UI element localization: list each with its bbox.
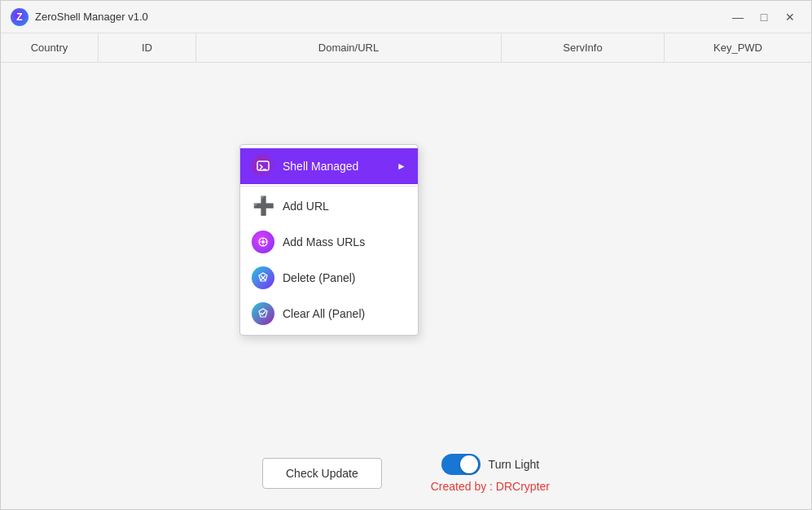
window-controls: — □ ✕ xyxy=(726,7,801,27)
svg-point-7 xyxy=(262,244,264,246)
svg-point-5 xyxy=(266,241,267,243)
add-url-label: Add URL xyxy=(283,200,329,213)
credit-text: Created by : DRCrypter xyxy=(431,480,550,493)
add-mass-icon xyxy=(252,231,274,253)
maximize-button[interactable]: □ xyxy=(753,7,775,27)
app-icon xyxy=(11,8,29,26)
delete-panel-label: Delete (Panel) xyxy=(283,271,356,284)
menu-item-add-url[interactable]: ➕ Add URL xyxy=(240,188,418,224)
main-content: Shell Managed ► ➕ Add URL xyxy=(1,63,811,437)
add-mass-label: Add Mass URLs xyxy=(283,235,365,248)
turn-light-toggle[interactable] xyxy=(441,454,481,475)
clear-icon xyxy=(252,302,274,325)
col-country[interactable]: Country xyxy=(1,33,99,62)
toggle-section: Turn Light Created by : DRCrypter xyxy=(431,454,550,493)
title-bar: ZeroShell Manager v1.0 — □ ✕ xyxy=(1,1,811,33)
menu-item-clear-all[interactable]: Clear All (Panel) xyxy=(240,296,418,332)
shell-managed-arrow: ► xyxy=(397,160,406,172)
col-servinfo[interactable]: ServInfo xyxy=(502,33,665,62)
menu-separator-1 xyxy=(240,186,418,187)
column-headers: Country ID Domain/URL ServInfo Key_PWD xyxy=(1,33,811,63)
bottom-bar: Check Update Turn Light Created by : DRC… xyxy=(1,437,811,509)
col-keypwd[interactable]: Key_PWD xyxy=(665,33,811,62)
minimize-button[interactable]: — xyxy=(726,7,749,27)
check-update-button[interactable]: Check Update xyxy=(262,458,382,489)
close-button[interactable]: ✕ xyxy=(779,7,801,27)
context-menu: Shell Managed ► ➕ Add URL xyxy=(239,144,419,336)
shell-managed-label: Shell Managed xyxy=(283,160,358,173)
menu-item-delete-panel[interactable]: Delete (Panel) xyxy=(240,260,418,296)
svg-point-4 xyxy=(259,241,261,243)
shell-icon xyxy=(252,155,274,178)
main-window: ZeroShell Manager v1.0 — □ ✕ Country ID … xyxy=(0,0,812,510)
delete-icon xyxy=(252,266,274,289)
toggle-knob xyxy=(460,455,478,473)
col-domain[interactable]: Domain/URL xyxy=(196,33,502,62)
menu-item-shell-managed[interactable]: Shell Managed ► xyxy=(240,148,418,184)
menu-item-add-mass-urls[interactable]: Add Mass URLs xyxy=(240,224,418,260)
turn-light-label: Turn Light xyxy=(489,458,540,471)
toggle-row: Turn Light xyxy=(441,454,540,475)
col-id[interactable]: ID xyxy=(99,33,196,62)
svg-point-3 xyxy=(261,240,265,244)
clear-all-label: Clear All (Panel) xyxy=(283,307,365,320)
svg-point-6 xyxy=(262,238,264,240)
add-url-icon: ➕ xyxy=(252,195,274,218)
window-title: ZeroShell Manager v1.0 xyxy=(35,11,726,23)
